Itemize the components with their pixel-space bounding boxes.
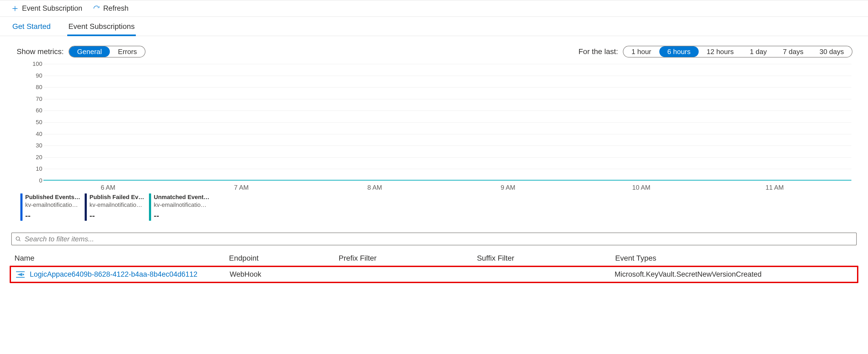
- x-tick: 8 AM: [367, 184, 382, 191]
- new-event-subscription-button[interactable]: Event Subscription: [11, 4, 82, 12]
- svg-point-3: [23, 274, 24, 275]
- legend-series-value: --: [154, 210, 210, 221]
- col-suffix[interactable]: Suffix Filter: [477, 254, 615, 262]
- chart-controls: Show metrics: General Errors For the las…: [0, 36, 868, 62]
- svg-rect-1: [16, 271, 25, 272]
- legend-item[interactable]: Publish Failed Event…kv-emailnotificatio…: [85, 193, 146, 221]
- show-metrics-label: Show metrics:: [17, 47, 64, 56]
- tab-get-started[interactable]: Get Started: [11, 22, 52, 36]
- y-tick: 30: [36, 142, 42, 149]
- filter-search-input[interactable]: [24, 235, 853, 244]
- svg-rect-2: [16, 277, 25, 278]
- tab-bar: Get Started Event Subscriptions: [0, 17, 868, 36]
- metrics-general[interactable]: General: [69, 46, 110, 57]
- col-name[interactable]: Name: [14, 254, 229, 262]
- x-tick: 6 AM: [101, 184, 116, 191]
- legend-series-source: kv-emailnotification…: [90, 201, 145, 209]
- refresh-button[interactable]: Refresh: [93, 4, 129, 12]
- y-tick: 80: [36, 84, 42, 91]
- legend-series-name: Unmatched Events (Sum): [154, 193, 210, 201]
- tab-event-subscriptions[interactable]: Event Subscriptions: [67, 22, 135, 36]
- highlighted-row: LogicAppace6409b-8628-4122-b4aa-8b4ec04d…: [10, 266, 858, 283]
- y-tick: 100: [32, 61, 42, 67]
- range-6-hours[interactable]: 6 hours: [659, 46, 699, 57]
- metrics-errors[interactable]: Errors: [110, 46, 145, 57]
- x-tick: 11 AM: [765, 184, 784, 191]
- plus-icon: [11, 5, 19, 12]
- range-30-days[interactable]: 30 days: [811, 46, 852, 57]
- refresh-label: Refresh: [103, 4, 129, 12]
- table-header-row: Name Endpoint Prefix Filter Suffix Filte…: [11, 250, 857, 266]
- subscriptions-table: Name Endpoint Prefix Filter Suffix Filte…: [0, 245, 868, 288]
- refresh-icon: [93, 5, 100, 12]
- y-tick: 50: [36, 119, 42, 126]
- chart-legend: Published Events (Sum)kv-emailnotificati…: [0, 193, 868, 229]
- time-range-label: For the last:: [579, 47, 618, 56]
- table-row[interactable]: LogicAppace6409b-8628-4122-b4aa-8b4ec04d…: [12, 268, 856, 281]
- legend-series-name: Published Events (Sum): [25, 193, 81, 201]
- y-tick: 90: [36, 72, 42, 79]
- col-types[interactable]: Event Types: [615, 254, 854, 262]
- legend-series-source: kv-emailnotification…: [154, 201, 210, 209]
- time-range-toggle: 1 hour 6 hours 12 hours 1 day 7 days 30 …: [623, 46, 852, 58]
- y-tick: 70: [36, 96, 42, 103]
- y-tick: 10: [36, 165, 42, 172]
- search-icon: [15, 236, 22, 242]
- svg-point-0: [16, 237, 20, 240]
- event-grid-icon: [16, 271, 25, 279]
- chart-series-line: [43, 180, 851, 181]
- cell-types: Microsoft.KeyVault.SecretNewVersionCreat…: [615, 270, 852, 279]
- metrics-chart: 6 AM7 AM8 AM9 AM10 AM11 AM 0102030405060…: [0, 62, 868, 193]
- x-tick: 10 AM: [632, 184, 650, 191]
- y-tick: 20: [36, 154, 42, 161]
- x-tick: 9 AM: [501, 184, 516, 191]
- range-7-days[interactable]: 7 days: [775, 46, 811, 57]
- range-1-hour[interactable]: 1 hour: [623, 46, 659, 57]
- command-bar: Event Subscription Refresh: [0, 0, 868, 17]
- subscription-name-link[interactable]: LogicAppace6409b-8628-4122-b4aa-8b4ec04d…: [30, 270, 197, 279]
- legend-series-source: kv-emailnotification…: [25, 201, 81, 209]
- legend-series-value: --: [90, 210, 145, 221]
- x-tick: 7 AM: [234, 184, 249, 191]
- range-12-hours[interactable]: 12 hours: [699, 46, 742, 57]
- new-event-subscription-label: Event Subscription: [22, 4, 82, 12]
- legend-series-name: Publish Failed Event…: [90, 193, 145, 201]
- col-prefix[interactable]: Prefix Filter: [339, 254, 477, 262]
- y-tick: 40: [36, 131, 42, 138]
- legend-item[interactable]: Unmatched Events (Sum)kv-emailnotificati…: [149, 193, 210, 221]
- range-1-day[interactable]: 1 day: [742, 46, 775, 57]
- col-endpoint[interactable]: Endpoint: [229, 254, 339, 262]
- cell-endpoint: WebHook: [229, 270, 339, 279]
- y-tick: 60: [36, 107, 42, 114]
- legend-series-value: --: [25, 210, 81, 221]
- y-tick: 0: [39, 177, 42, 184]
- legend-item[interactable]: Published Events (Sum)kv-emailnotificati…: [20, 193, 82, 221]
- metrics-toggle: General Errors: [69, 46, 146, 58]
- filter-search[interactable]: [11, 233, 857, 245]
